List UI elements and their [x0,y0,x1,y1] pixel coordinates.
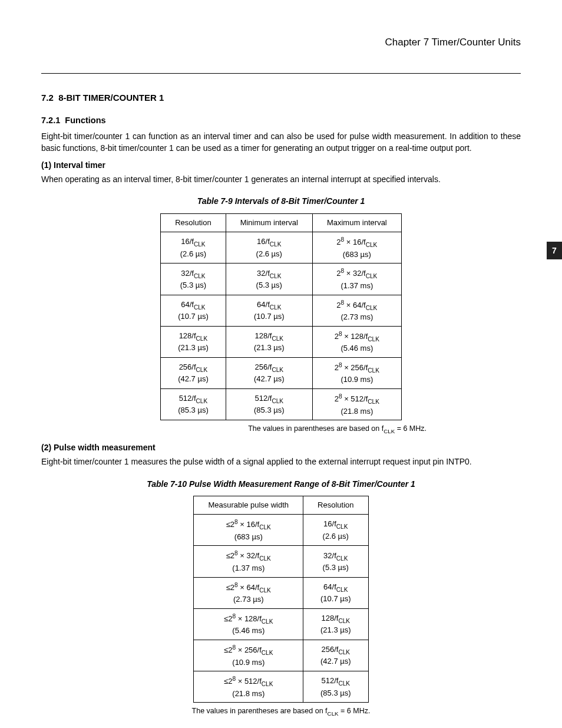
table-row: ≤28 × 128/fCLK(5.46 ms)128/fCLK(21.3 µs) [194,608,368,640]
table-7-10-caption: Table 7-10 Pulse Width Measurement Range… [41,479,521,490]
table-cell: 128/fCLK(21.3 µs) [161,326,226,357]
table-row: ≤28 × 512/fCLK(21.8 ms)512/fCLK(85.3 µs) [194,671,368,703]
table-7-10-note: The values in parentheses are based on f… [41,706,521,717]
table-7-9: ResolutionMinimum intervalMaximum interv… [160,213,402,420]
table-row: 512/fCLK(85.3 µs)512/fCLK(85.3 µs)28 × 5… [161,389,402,420]
table-cell: 512/fCLK(85.3 µs) [226,389,312,420]
table-cell: 512/fCLK(85.3 µs) [303,671,368,703]
table-row: 64/fCLK(10.7 µs)64/fCLK(10.7 µs)28 × 64/… [161,295,402,326]
table-cell: ≤28 × 32/fCLK(1.37 ms) [194,546,303,577]
table-cell: 28 × 16/fCLK(683 µs) [312,232,401,263]
item1-body: When operating as an interval timer, 8-b… [41,174,521,186]
table-7-9-caption: Table 7-9 Intervals of 8-Bit Timer/Count… [41,196,521,207]
table-cell: 128/fCLK(21.3 µs) [226,326,312,357]
table-cell: 16/fCLK(2.6 µs) [161,232,226,263]
table-row: 128/fCLK(21.3 µs)128/fCLK(21.3 µs)28 × 1… [161,326,402,357]
table-cell: ≤28 × 512/fCLK(21.8 ms) [194,671,303,703]
table-row: ≤28 × 32/fCLK(1.37 ms)32/fCLK(5.3 µs) [194,546,368,577]
table-row: ≤28 × 256/fCLK(10.9 ms)256/fCLK(42.7 µs) [194,640,368,671]
section-number: 7.2 [41,93,54,103]
table-cell: 28 × 512/fCLK(21.8 ms) [312,389,401,420]
table-cell: 256/fCLK(42.7 µs) [161,357,226,388]
table-cell: 16/fCLK(2.6 µs) [303,515,368,546]
table-header-cell: Minimum interval [226,214,312,232]
table-7-9-note: The values in parentheses are based on f… [41,424,427,435]
page-header: Chapter 7 Timer/Counter Units [41,35,521,53]
item1-heading: (1) Interval timer [41,160,521,172]
table-cell: 128/fCLK(21.3 µs) [303,608,368,640]
table-cell: 256/fCLK(42.7 µs) [226,357,312,388]
subsection-title: Functions [65,116,105,125]
table-header-cell: Resolution [161,214,226,232]
table-cell: 64/fCLK(10.7 µs) [226,295,312,326]
chapter-side-tab: 7 [547,242,562,259]
table-row: 16/fCLK(2.6 µs)16/fCLK(2.6 µs)28 × 16/fC… [161,232,402,263]
section-heading: 7.2 8-BIT TIMER/COUNTER 1 [41,91,521,104]
table-row: 256/fCLK(42.7 µs)256/fCLK(42.7 µs)28 × 2… [161,357,402,388]
table-cell: 28 × 64/fCLK(2.73 ms) [312,295,401,326]
item2-heading: (2) Pulse width measurement [41,442,521,454]
table-cell: 64/fCLK(10.7 µs) [303,577,368,608]
table-cell: 16/fCLK(2.6 µs) [226,232,312,263]
table-header-cell: Maximum interval [312,214,401,232]
intro-paragraph: Eight-bit timer/counter 1 can function a… [41,131,521,154]
item2-body: Eight-bit timer/counter 1 measures the p… [41,456,521,468]
table-cell: 32/fCLK(5.3 µs) [303,546,368,577]
table-cell: 28 × 32/fCLK(1.37 ms) [312,263,401,295]
header-rule [41,73,521,74]
table-cell: ≤28 × 16/fCLK(683 µs) [194,515,303,546]
table-cell: 28 × 128/fCLK(5.46 ms) [312,326,401,357]
table-cell: ≤28 × 64/fCLK(2.73 µs) [194,577,303,608]
table-row: ≤28 × 16/fCLK(683 µs)16/fCLK(2.6 µs) [194,515,368,546]
table-row: ≤28 × 64/fCLK(2.73 µs)64/fCLK(10.7 µs) [194,577,368,608]
table-cell: 64/fCLK(10.7 µs) [161,295,226,326]
table-header-cell: Measurable pulse width [194,496,303,515]
section-title: 8-BIT TIMER/COUNTER 1 [58,93,164,103]
subsection-number: 7.2.1 [41,116,60,125]
table-cell: 32/fCLK(5.3 µs) [226,263,312,295]
table-7-10: Measurable pulse widthResolution ≤28 × 1… [193,496,368,703]
table-cell: 256/fCLK(42.7 µs) [303,640,368,671]
subsection-heading: 7.2.1 Functions [41,114,521,126]
table-row: 32/fCLK(5.3 µs)32/fCLK(5.3 µs)28 × 32/fC… [161,263,402,295]
table-cell: 28 × 256/fCLK(10.9 ms) [312,357,401,388]
table-cell: ≤28 × 256/fCLK(10.9 ms) [194,640,303,671]
table-cell: 32/fCLK(5.3 µs) [161,263,226,295]
table-cell: ≤28 × 128/fCLK(5.46 ms) [194,608,303,640]
table-header-cell: Resolution [303,496,368,515]
table-cell: 512/fCLK(85.3 µs) [161,389,226,420]
